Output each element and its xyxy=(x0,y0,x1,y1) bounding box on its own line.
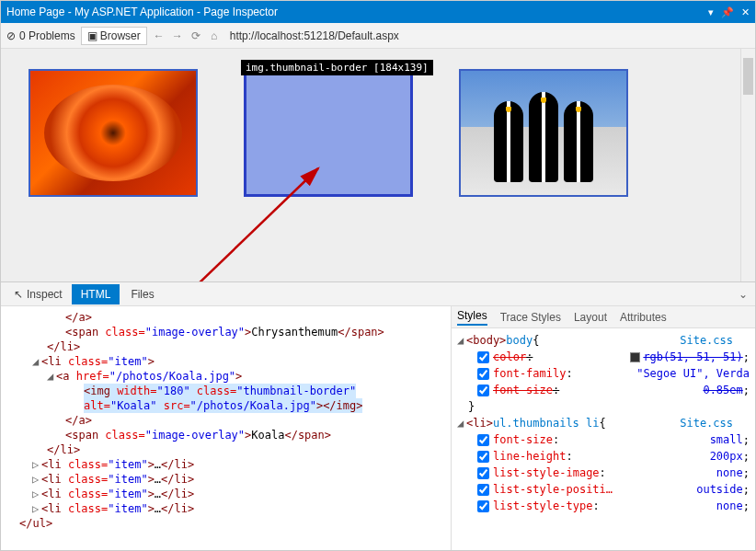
dropdown-icon[interactable]: ▾ xyxy=(708,6,714,18)
css-prop[interactable]: font-size xyxy=(493,431,553,448)
val: "item" xyxy=(108,355,147,368)
tag: </span> xyxy=(284,429,331,442)
tab-layout[interactable]: Layout xyxy=(574,311,607,324)
tag: <li xyxy=(41,502,62,515)
tag: </span> xyxy=(338,326,384,339)
prop-checkbox[interactable] xyxy=(477,434,489,446)
inspect-label: Inspect xyxy=(27,288,63,301)
rule-collapse-icon[interactable]: ◢ xyxy=(457,332,466,349)
tree-expand-icon[interactable]: ▷ xyxy=(32,457,41,472)
scrollbar-thumb[interactable] xyxy=(743,58,753,95)
attr: alt= xyxy=(84,399,110,412)
css-value[interactable]: rgb(51, 51, 51) xyxy=(643,349,742,365)
back-icon[interactable]: ← xyxy=(153,29,166,42)
inspect-button[interactable]: ↖ Inspect xyxy=(6,285,70,304)
prop-checkbox[interactable] xyxy=(477,484,489,496)
attr: class= xyxy=(62,355,109,368)
styles-rules[interactable]: ◢<body> body {Site.css color:rgb(51, 51,… xyxy=(452,328,755,551)
css-value[interactable]: none xyxy=(716,498,743,514)
css-value[interactable]: small xyxy=(710,431,743,448)
styles-panel: Styles Trace Styles Layout Attributes ◢<… xyxy=(452,306,755,551)
brace-close: } xyxy=(468,398,475,415)
tag: </a> xyxy=(65,311,92,324)
css-prop[interactable]: list-style-type xyxy=(493,498,592,514)
html-tree-panel[interactable]: </a> <span class="image-overlay">Chrysan… xyxy=(1,306,452,551)
tree-expand-icon[interactable]: ▷ xyxy=(32,487,41,501)
rule-collapse-icon[interactable]: ◢ xyxy=(457,415,466,431)
tag: </li> xyxy=(161,488,194,500)
source-link[interactable]: Site.css xyxy=(680,415,750,431)
css-value[interactable]: 0.85em xyxy=(703,382,742,398)
val: "item" xyxy=(108,502,147,515)
problems-icon: ⊘ xyxy=(6,29,16,42)
text: … xyxy=(155,502,161,515)
thumbnail-penguins[interactable] xyxy=(459,69,628,197)
inspect-cursor-icon: ↖ xyxy=(14,288,23,301)
text: … xyxy=(155,458,161,471)
css-prop[interactable]: list-style-image xyxy=(493,465,600,481)
source-link[interactable]: Site.css xyxy=(680,332,750,349)
tree-expand-icon[interactable]: ▷ xyxy=(32,472,41,487)
tree-expand-icon[interactable]: ▷ xyxy=(32,501,41,516)
tag: > xyxy=(148,355,155,368)
tab-files[interactable]: Files xyxy=(121,284,163,304)
vertical-scrollbar[interactable] xyxy=(740,49,755,281)
pin-icon[interactable]: 📌 xyxy=(721,6,734,18)
tag: </a> xyxy=(65,414,92,427)
attr: class= xyxy=(62,502,109,515)
css-value[interactable]: none xyxy=(716,465,743,481)
tag: <li xyxy=(41,355,62,368)
tag: > xyxy=(148,488,155,500)
css-prop[interactable]: font-family xyxy=(493,365,566,382)
prop-checkbox[interactable] xyxy=(477,500,489,512)
expand-icon[interactable]: ⌄ xyxy=(739,288,748,301)
tag: <a xyxy=(56,370,69,383)
attr: href= xyxy=(69,370,109,383)
prop-checkbox[interactable] xyxy=(477,467,489,479)
val: "item" xyxy=(108,488,147,500)
tab-html[interactable]: HTML xyxy=(72,284,120,304)
tag: <img xyxy=(84,385,110,397)
tag: </li> xyxy=(161,502,194,515)
close-icon[interactable]: ✕ xyxy=(741,6,750,18)
tab-trace-styles[interactable]: Trace Styles xyxy=(500,311,561,324)
tag: > xyxy=(148,458,155,471)
tab-styles[interactable]: Styles xyxy=(457,309,487,326)
prop-checkbox[interactable] xyxy=(477,368,489,380)
tree-collapse-icon[interactable]: ◢ xyxy=(32,354,41,369)
text: … xyxy=(155,488,161,500)
prop-checkbox[interactable] xyxy=(477,451,489,463)
tab-attributes[interactable]: Attributes xyxy=(620,311,667,324)
css-prop[interactable]: font-size xyxy=(493,382,553,398)
val: "image-overlay" xyxy=(145,326,245,339)
css-prop[interactable]: list-style-positi… xyxy=(493,481,613,498)
thumbnail-chrysanthemum[interactable] xyxy=(29,69,198,197)
attr: width= xyxy=(110,385,157,397)
tree-collapse-icon[interactable]: ◢ xyxy=(47,369,56,384)
element-tooltip: img.thumbnail-border [184x139] xyxy=(241,60,433,75)
val: "thumbnail-border" xyxy=(236,385,356,397)
problems-indicator[interactable]: ⊘ 0 Problems xyxy=(6,29,75,42)
css-prop[interactable]: line-height xyxy=(493,448,566,465)
forward-icon[interactable]: → xyxy=(171,29,184,42)
css-value[interactable]: 200px xyxy=(710,448,743,465)
prop-checkbox[interactable] xyxy=(477,385,489,396)
window-title: Home Page - My ASP.NET Application - Pag… xyxy=(6,6,278,18)
val: "/photos/Koala.jpg" xyxy=(190,399,316,412)
prop-checkbox[interactable] xyxy=(477,351,489,363)
home-icon[interactable]: ⌂ xyxy=(208,29,221,42)
address-bar[interactable]: http://localhost:51218/Default.aspx xyxy=(226,28,750,44)
tag: </ul> xyxy=(19,517,52,530)
refresh-icon[interactable]: ⟳ xyxy=(189,29,202,42)
thumbnail-koala-highlighted[interactable] xyxy=(244,69,413,197)
color-swatch[interactable] xyxy=(630,352,640,362)
selector-raw: <body> xyxy=(466,332,506,349)
browser-toggle-button[interactable]: ▣ Browser xyxy=(81,27,147,45)
css-value[interactable]: outside xyxy=(696,481,743,498)
inspector-tab-bar: ↖ Inspect HTML Files ⌄ xyxy=(1,282,755,306)
css-prop[interactable]: color xyxy=(493,349,526,365)
text: … xyxy=(155,473,161,486)
selector-raw: <li> xyxy=(466,415,493,431)
toolbar: ⊘ 0 Problems ▣ Browser ← → ⟳ ⌂ http://lo… xyxy=(1,23,755,49)
css-value[interactable]: "Segoe UI", Verda xyxy=(636,365,750,382)
